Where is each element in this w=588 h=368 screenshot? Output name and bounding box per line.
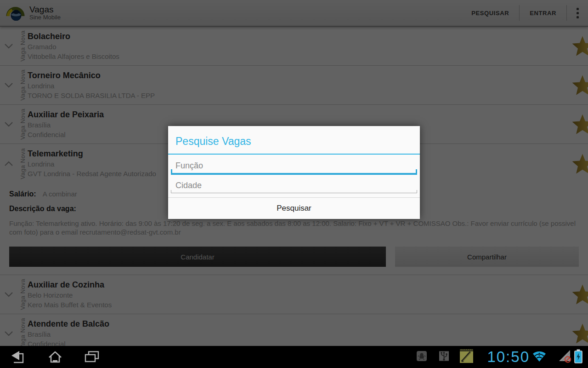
adb-debug-icon bbox=[416, 351, 427, 363]
cidade-field-wrap bbox=[171, 175, 417, 193]
dialog-title: Pesquise Vagas bbox=[168, 126, 420, 154]
no-signal-icon bbox=[558, 349, 572, 365]
battery-charging-icon bbox=[574, 349, 582, 365]
funcao-field-wrap bbox=[171, 155, 417, 175]
cidade-input[interactable] bbox=[171, 175, 417, 193]
usb-connected-icon bbox=[439, 350, 449, 364]
navbar-clock: 10:50 bbox=[487, 346, 530, 368]
recents-icon[interactable] bbox=[74, 346, 110, 368]
notes-icon bbox=[460, 349, 473, 365]
screen: Vagas Sine Mobile PESQUISAR ENTRAR Vaga … bbox=[0, 0, 588, 368]
status-tray: 10:50 bbox=[416, 346, 582, 368]
search-dialog: Pesquise Vagas Pesquisar bbox=[168, 126, 420, 219]
back-icon[interactable] bbox=[0, 346, 37, 368]
wifi-icon bbox=[532, 350, 546, 364]
pesquisar-submit-button[interactable]: Pesquisar bbox=[168, 197, 420, 219]
funcao-input[interactable] bbox=[171, 155, 417, 173]
system-navbar: 10:50 bbox=[0, 346, 588, 368]
home-icon[interactable] bbox=[37, 346, 74, 368]
